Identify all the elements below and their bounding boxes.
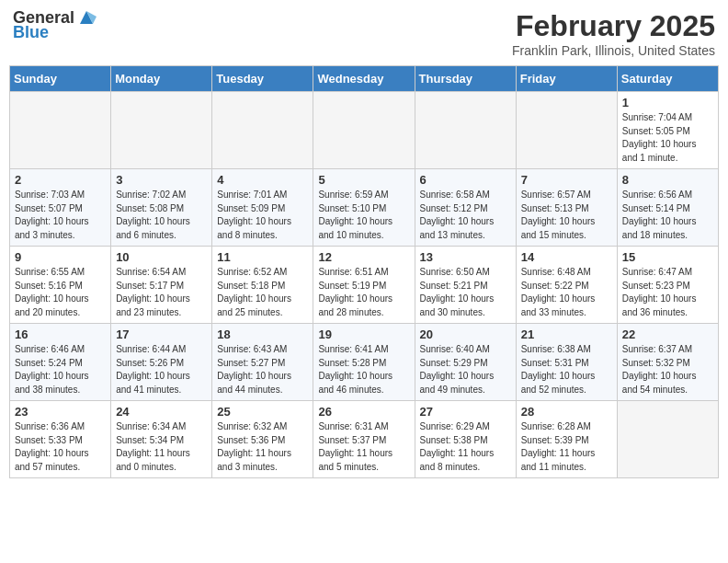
- day-info: Sunrise: 6:57 AM Sunset: 5:13 PM Dayligh…: [521, 189, 612, 242]
- day-info: Sunrise: 6:31 AM Sunset: 5:37 PM Dayligh…: [318, 420, 409, 474]
- day-number: 21: [521, 327, 612, 341]
- day-info: Sunrise: 6:36 AM Sunset: 5:33 PM Dayligh…: [15, 420, 106, 474]
- day-info: Sunrise: 6:41 AM Sunset: 5:28 PM Dayligh…: [318, 343, 409, 396]
- day-info: Sunrise: 6:54 AM Sunset: 5:17 PM Dayligh…: [116, 266, 207, 319]
- day-number: 18: [217, 327, 308, 341]
- weekday-header-tuesday: Tuesday: [212, 66, 313, 92]
- calendar-cell: 6Sunrise: 6:58 AM Sunset: 5:12 PM Daylig…: [415, 169, 516, 247]
- logo-blue: Blue: [13, 24, 97, 42]
- calendar-cell: [111, 92, 212, 169]
- day-info: Sunrise: 6:28 AM Sunset: 5:39 PM Dayligh…: [521, 420, 612, 474]
- day-number: 15: [622, 250, 713, 264]
- day-info: Sunrise: 6:50 AM Sunset: 5:21 PM Dayligh…: [420, 266, 511, 319]
- calendar-cell: 15Sunrise: 6:47 AM Sunset: 5:23 PM Dayli…: [617, 247, 718, 324]
- calendar-week-row: 9Sunrise: 6:55 AM Sunset: 5:16 PM Daylig…: [10, 247, 719, 324]
- calendar-cell: 11Sunrise: 6:52 AM Sunset: 5:18 PM Dayli…: [212, 247, 313, 324]
- day-info: Sunrise: 6:58 AM Sunset: 5:12 PM Dayligh…: [420, 189, 511, 242]
- weekday-header-saturday: Saturday: [617, 66, 718, 92]
- day-info: Sunrise: 6:34 AM Sunset: 5:34 PM Dayligh…: [116, 420, 207, 474]
- calendar-cell: 22Sunrise: 6:37 AM Sunset: 5:32 PM Dayli…: [617, 324, 718, 401]
- day-number: 8: [622, 173, 713, 187]
- day-number: 1: [622, 96, 713, 109]
- day-info: Sunrise: 6:52 AM Sunset: 5:18 PM Dayligh…: [217, 266, 308, 319]
- page-header: General Blue February 2025 Franklin Park…: [9, 9, 719, 58]
- calendar-cell: [516, 92, 617, 169]
- day-number: 17: [116, 327, 207, 341]
- calendar-cell: 19Sunrise: 6:41 AM Sunset: 5:28 PM Dayli…: [313, 324, 415, 401]
- calendar-cell: 1Sunrise: 7:04 AM Sunset: 5:05 PM Daylig…: [617, 92, 718, 169]
- day-info: Sunrise: 6:38 AM Sunset: 5:31 PM Dayligh…: [521, 343, 612, 396]
- day-number: 10: [116, 250, 207, 264]
- day-info: Sunrise: 6:43 AM Sunset: 5:27 PM Dayligh…: [217, 343, 308, 396]
- calendar-cell: 3Sunrise: 7:02 AM Sunset: 5:08 PM Daylig…: [111, 169, 212, 247]
- day-info: Sunrise: 6:37 AM Sunset: 5:32 PM Dayligh…: [622, 343, 713, 396]
- calendar-cell: 28Sunrise: 6:28 AM Sunset: 5:39 PM Dayli…: [516, 401, 617, 478]
- calendar-cell: 7Sunrise: 6:57 AM Sunset: 5:13 PM Daylig…: [516, 169, 617, 247]
- weekday-header-sunday: Sunday: [10, 66, 111, 92]
- calendar-cell: [617, 401, 718, 478]
- calendar-cell: 4Sunrise: 7:01 AM Sunset: 5:09 PM Daylig…: [212, 169, 313, 247]
- calendar-week-row: 23Sunrise: 6:36 AM Sunset: 5:33 PM Dayli…: [10, 401, 719, 478]
- day-number: 16: [15, 327, 106, 341]
- day-number: 7: [521, 173, 612, 187]
- day-number: 6: [420, 173, 511, 187]
- day-number: 25: [217, 405, 308, 419]
- day-info: Sunrise: 7:01 AM Sunset: 5:09 PM Dayligh…: [217, 189, 308, 242]
- day-number: 22: [622, 327, 713, 341]
- calendar-cell: 2Sunrise: 7:03 AM Sunset: 5:07 PM Daylig…: [10, 169, 111, 247]
- day-number: 14: [521, 250, 612, 264]
- day-number: 3: [116, 173, 207, 187]
- title-area: February 2025 Franklin Park, Illinois, U…: [512, 9, 715, 58]
- calendar-cell: 14Sunrise: 6:48 AM Sunset: 5:22 PM Dayli…: [516, 247, 617, 324]
- calendar-cell: 21Sunrise: 6:38 AM Sunset: 5:31 PM Dayli…: [516, 324, 617, 401]
- calendar-body: 1Sunrise: 7:04 AM Sunset: 5:05 PM Daylig…: [10, 92, 719, 478]
- calendar-cell: 12Sunrise: 6:51 AM Sunset: 5:19 PM Dayli…: [313, 247, 415, 324]
- location-title: Franklin Park, Illinois, United States: [512, 43, 715, 58]
- day-number: 26: [318, 405, 409, 419]
- day-info: Sunrise: 7:03 AM Sunset: 5:07 PM Dayligh…: [15, 189, 106, 242]
- weekday-header-wednesday: Wednesday: [313, 66, 415, 92]
- calendar-cell: [415, 92, 516, 169]
- calendar-cell: 25Sunrise: 6:32 AM Sunset: 5:36 PM Dayli…: [212, 401, 313, 478]
- calendar-cell: 16Sunrise: 6:46 AM Sunset: 5:24 PM Dayli…: [10, 324, 111, 401]
- calendar-cell: 13Sunrise: 6:50 AM Sunset: 5:21 PM Dayli…: [415, 247, 516, 324]
- calendar-cell: 26Sunrise: 6:31 AM Sunset: 5:37 PM Dayli…: [313, 401, 415, 478]
- day-info: Sunrise: 6:59 AM Sunset: 5:10 PM Dayligh…: [318, 189, 409, 242]
- calendar-cell: 20Sunrise: 6:40 AM Sunset: 5:29 PM Dayli…: [415, 324, 516, 401]
- day-number: 24: [116, 405, 207, 419]
- weekday-header-friday: Friday: [516, 66, 617, 92]
- weekday-header-thursday: Thursday: [415, 66, 516, 92]
- calendar-week-row: 1Sunrise: 7:04 AM Sunset: 5:05 PM Daylig…: [10, 92, 719, 169]
- calendar-cell: 9Sunrise: 6:55 AM Sunset: 5:16 PM Daylig…: [10, 247, 111, 324]
- calendar-cell: 5Sunrise: 6:59 AM Sunset: 5:10 PM Daylig…: [313, 169, 415, 247]
- calendar-cell: 10Sunrise: 6:54 AM Sunset: 5:17 PM Dayli…: [111, 247, 212, 324]
- calendar-header-row: SundayMondayTuesdayWednesdayThursdayFrid…: [10, 66, 719, 92]
- day-info: Sunrise: 7:02 AM Sunset: 5:08 PM Dayligh…: [116, 189, 207, 242]
- day-number: 20: [420, 327, 511, 341]
- day-info: Sunrise: 6:51 AM Sunset: 5:19 PM Dayligh…: [318, 266, 409, 319]
- day-info: Sunrise: 6:47 AM Sunset: 5:23 PM Dayligh…: [622, 266, 713, 319]
- day-info: Sunrise: 6:55 AM Sunset: 5:16 PM Dayligh…: [15, 266, 106, 319]
- day-info: Sunrise: 6:46 AM Sunset: 5:24 PM Dayligh…: [15, 343, 106, 396]
- calendar-cell: [313, 92, 415, 169]
- day-number: 2: [15, 173, 106, 187]
- calendar-cell: 17Sunrise: 6:44 AM Sunset: 5:26 PM Dayli…: [111, 324, 212, 401]
- day-number: 19: [318, 327, 409, 341]
- calendar-cell: [212, 92, 313, 169]
- calendar-cell: 24Sunrise: 6:34 AM Sunset: 5:34 PM Dayli…: [111, 401, 212, 478]
- day-number: 28: [521, 405, 612, 419]
- day-info: Sunrise: 7:04 AM Sunset: 5:05 PM Dayligh…: [622, 111, 713, 165]
- day-info: Sunrise: 6:32 AM Sunset: 5:36 PM Dayligh…: [217, 420, 308, 474]
- day-info: Sunrise: 6:29 AM Sunset: 5:38 PM Dayligh…: [420, 420, 511, 474]
- calendar-cell: 27Sunrise: 6:29 AM Sunset: 5:38 PM Dayli…: [415, 401, 516, 478]
- day-number: 13: [420, 250, 511, 264]
- day-info: Sunrise: 6:56 AM Sunset: 5:14 PM Dayligh…: [622, 189, 713, 242]
- day-info: Sunrise: 6:40 AM Sunset: 5:29 PM Dayligh…: [420, 343, 511, 396]
- day-number: 11: [217, 250, 308, 264]
- calendar-table: SundayMondayTuesdayWednesdayThursdayFrid…: [9, 65, 719, 478]
- day-number: 23: [15, 405, 106, 419]
- weekday-header-monday: Monday: [111, 66, 212, 92]
- calendar-week-row: 2Sunrise: 7:03 AM Sunset: 5:07 PM Daylig…: [10, 169, 719, 247]
- day-info: Sunrise: 6:44 AM Sunset: 5:26 PM Dayligh…: [116, 343, 207, 396]
- day-number: 9: [15, 250, 106, 264]
